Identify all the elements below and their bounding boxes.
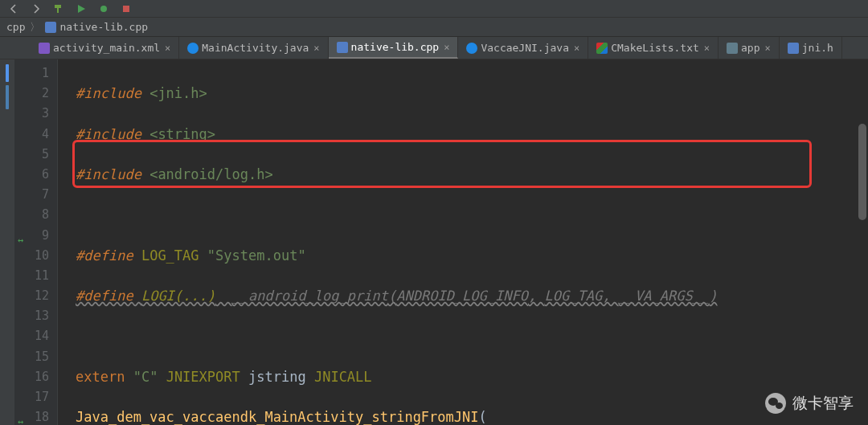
vertical-scrollbar[interactable] [858,124,866,377]
debug-icon[interactable] [96,2,111,16]
line-number[interactable]: 4 [14,125,57,145]
line-number[interactable]: ↔18 [14,407,57,425]
tab-app[interactable]: app × [719,37,780,59]
scrollbar-thumb[interactable] [858,124,866,220]
line-number[interactable]: 12 [14,286,57,306]
line-number[interactable]: 7 [14,185,57,205]
svg-rect-4 [123,6,129,12]
line-number[interactable]: 8 [14,205,57,225]
breadcrumb-folder[interactable]: cpp [3,21,28,33]
tab-label: MainActivity.java [202,42,309,54]
java-icon [187,43,199,54]
h-icon [788,43,799,54]
close-icon[interactable]: × [704,43,710,54]
editor: 1 2 3 4 5 6 7 8 ↔9 10 11 12 13 14 15 16 … [0,59,868,425]
tab-label: VaccaeJNI.java [481,42,569,54]
close-icon[interactable]: × [574,43,579,54]
svg-rect-0 [55,5,61,8]
gradle-icon [727,43,738,54]
breadcrumb-file[interactable]: native-lib.cpp [42,21,151,33]
line-number[interactable]: ↔9 [14,226,57,246]
override-icon[interactable]: ↔ [18,412,23,425]
tab-vaccaejni[interactable]: VaccaeJNI.java × [458,37,588,59]
line-number[interactable]: 17 [14,387,57,407]
forward-icon[interactable] [29,2,43,16]
tab-label: activity_main.xml [53,42,160,54]
tab-activity-main[interactable]: activity_main.xml × [31,37,179,59]
gutter: 1 2 3 4 5 6 7 8 ↔9 10 11 12 13 14 15 16 … [14,59,58,425]
analysis-bar [6,64,9,82]
line-number[interactable]: 10 [14,246,57,266]
tab-jni-h[interactable]: jni.h [780,37,842,59]
close-icon[interactable]: × [313,43,319,54]
tab-label: CMakeLists.txt [611,42,699,54]
stop-icon[interactable] [119,2,133,16]
tab-label: jni.h [802,42,833,54]
close-icon[interactable]: × [165,43,170,54]
svg-point-3 [100,6,107,12]
analysis-bar [6,85,9,109]
run-icon[interactable] [74,2,88,16]
toolbar [0,0,868,18]
line-number[interactable]: 1 [14,63,57,84]
close-icon[interactable]: × [444,42,449,53]
line-number[interactable]: 6 [14,165,57,185]
hammer-icon[interactable] [51,2,66,16]
breadcrumb-file-label: native-lib.cpp [59,21,148,33]
line-number[interactable]: 3 [14,104,57,124]
line-number[interactable]: 14 [14,326,57,346]
java-icon [466,43,477,54]
side-stripe [0,59,14,425]
tabbar: activity_main.xml × MainActivity.java × … [0,37,868,59]
line-number[interactable]: 15 [14,347,57,367]
breadcrumb: cpp 〉 native-lib.cpp [0,18,868,37]
back-icon[interactable] [6,2,21,16]
tab-label: native-lib.cpp [351,41,440,53]
cmake-icon [596,43,608,54]
cpp-icon [337,42,348,53]
line-number[interactable]: 16 [14,367,57,387]
line-number[interactable]: 13 [14,306,57,326]
chevron-right-icon: 〉 [30,20,40,35]
svg-rect-1 [57,8,59,13]
cpp-icon [45,22,56,33]
tab-native-lib[interactable]: native-lib.cpp × [329,37,459,59]
tab-label: app [741,42,760,54]
code-area[interactable]: #include <jni.h> #include <string> #incl… [58,59,868,425]
line-number[interactable]: 11 [14,266,57,286]
line-number[interactable]: 2 [14,84,57,104]
xml-icon [39,43,50,54]
line-number[interactable]: 5 [14,145,57,165]
tab-cmakelists[interactable]: CMakeLists.txt × [588,37,719,59]
close-icon[interactable]: × [765,43,771,54]
tab-mainactivity[interactable]: MainActivity.java × [179,37,328,59]
svg-marker-2 [78,5,85,13]
